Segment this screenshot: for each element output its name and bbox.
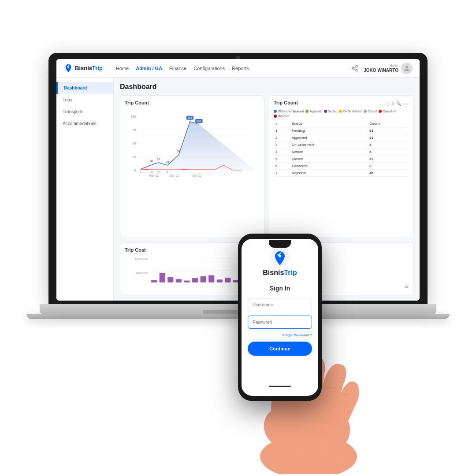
legend-approved: Approved xyxy=(305,110,322,113)
forgot-password-link[interactable]: Forgot Password ? xyxy=(248,333,312,337)
svg-rect-40 xyxy=(167,277,173,283)
svg-text:120000000: 120000000 xyxy=(134,257,148,260)
table-row: 4Settled5 xyxy=(274,149,409,156)
svg-text:8: 8 xyxy=(158,170,160,173)
phone-screen: BisnisTrip Sign In Forgot Password ? Con… xyxy=(242,239,318,396)
svg-point-1 xyxy=(352,67,354,69)
continue-button[interactable]: Continue xyxy=(248,342,312,356)
svg-text:Feb '22: Feb '22 xyxy=(149,174,159,177)
page-title: Dashboard xyxy=(120,83,413,91)
sidebar-item-dashboard[interactable]: Dashboard xyxy=(56,82,113,94)
sidebar: Dashboard Trips Transports Accommodation… xyxy=(56,78,114,301)
svg-text:90000000: 90000000 xyxy=(136,272,148,275)
chart-controls: ⓘ ⊕ 🔍 ⌂ ≡ xyxy=(386,101,409,107)
svg-point-5 xyxy=(405,66,408,68)
share-icon[interactable] xyxy=(351,65,358,72)
chart-ctrl-zoom[interactable]: ⊕ xyxy=(391,101,395,107)
svg-rect-41 xyxy=(176,279,182,283)
svg-point-51 xyxy=(260,435,357,474)
table-row: 6Cancelled0 xyxy=(274,163,409,170)
phone-logo-text: BisnisTrip xyxy=(263,269,297,277)
trip-count-left-card: Trip Count xyxy=(120,95,264,238)
table-row: 7Rejected45 xyxy=(274,170,409,177)
app-header: BisnisTrip Home Admin / GA Finance Confi… xyxy=(56,59,420,78)
phone-logo-icon xyxy=(270,248,290,267)
logo: BisnisTrip xyxy=(63,63,103,73)
svg-text:23: 23 xyxy=(166,160,169,163)
svg-text:3: 3 xyxy=(151,170,152,173)
legend-closed: Closed xyxy=(364,110,377,113)
chart-ctrl-search[interactable]: 🔍 xyxy=(396,101,401,107)
phone-home-bar xyxy=(269,386,291,387)
table-row: 5Closed57 xyxy=(274,156,409,163)
chart-legend: Waiting for Approval Approved xyxy=(274,110,409,118)
phone-device: BisnisTrip Sign In Forgot Password ? Con… xyxy=(238,234,322,401)
table-row: 3On Settlement5 xyxy=(274,141,409,149)
nav-admin[interactable]: Admin / GA xyxy=(136,66,162,71)
table-row: 1Pending91 xyxy=(274,127,409,134)
svg-rect-39 xyxy=(160,273,165,283)
svg-text:90: 90 xyxy=(133,128,136,132)
header-right: Hello JOKO WINARTO xyxy=(351,63,413,74)
svg-text:60: 60 xyxy=(133,142,136,145)
svg-point-2 xyxy=(356,69,357,71)
col-status: Status xyxy=(290,120,368,127)
sidebar-item-trips[interactable]: Trips xyxy=(56,94,113,106)
username-input[interactable] xyxy=(248,298,312,311)
status-table: # Status Count 1Pending91 2Approved63 xyxy=(274,120,409,177)
legend-cancelled: Cancelled xyxy=(379,110,396,113)
svg-text:2: 2 xyxy=(140,170,141,173)
svg-rect-45 xyxy=(208,275,214,282)
logo-text: BisnisTrip xyxy=(75,65,103,71)
svg-rect-44 xyxy=(201,276,206,283)
nav-configurations[interactable]: Configurations xyxy=(193,66,225,71)
trip-count-left-title: Trip Count xyxy=(125,100,260,105)
col-count: Count xyxy=(368,120,409,127)
svg-text:109: 109 xyxy=(188,116,193,119)
col-num: # xyxy=(274,120,290,127)
chart-ctrl-home[interactable]: ⌂ xyxy=(402,101,405,107)
phone-notch xyxy=(269,240,291,248)
svg-line-3 xyxy=(354,69,356,70)
svg-text:Mar '22: Mar '22 xyxy=(169,174,179,177)
greeting-text: Hello xyxy=(364,63,398,68)
svg-line-4 xyxy=(354,67,356,68)
svg-text:0: 0 xyxy=(134,169,136,172)
svg-text:30: 30 xyxy=(150,160,153,163)
legend-rejected: Rejected xyxy=(274,115,290,118)
nav-bar: Home Admin / GA Finance Configurations R… xyxy=(116,66,342,71)
svg-rect-47 xyxy=(225,278,231,283)
svg-text:51: 51 xyxy=(177,149,180,152)
table-row: 2Approved63 xyxy=(274,134,409,141)
trip-count-right-card: Trip Count ⓘ ⊕ 🔍 ⌂ ≡ xyxy=(269,95,413,238)
user-area: Hello JOKO WINARTO xyxy=(364,63,413,74)
username-text: JOKO WINARTO xyxy=(364,68,398,73)
svg-rect-43 xyxy=(192,278,198,283)
svg-text:30: 30 xyxy=(133,156,136,159)
chart-ctrl-info[interactable]: ⓘ xyxy=(386,101,390,107)
legend-waiting: Waiting for Approval xyxy=(274,110,304,113)
svg-text:Apr '22: Apr '22 xyxy=(192,174,201,178)
nav-reports[interactable]: Reports xyxy=(232,66,249,71)
sidebar-item-accommodations[interactable]: Accommodations xyxy=(56,118,113,130)
svg-text:100: 100 xyxy=(197,119,201,123)
svg-rect-38 xyxy=(151,280,157,282)
nav-home[interactable]: Home xyxy=(116,66,129,71)
sign-in-title: Sign In xyxy=(270,285,290,292)
user-avatar xyxy=(401,63,413,74)
legend-on-settlement: On Settlement xyxy=(339,110,362,113)
logo-icon xyxy=(63,63,73,73)
svg-rect-42 xyxy=(184,280,190,282)
legend-settled: Settled xyxy=(324,110,337,113)
nav-finance[interactable]: Finance xyxy=(169,66,186,71)
sidebar-item-transports[interactable]: Transports xyxy=(56,106,113,118)
phone-logo: BisnisTrip xyxy=(263,248,297,277)
svg-text:120: 120 xyxy=(131,115,136,119)
line-chart-svg: 120 90 60 30 0 xyxy=(125,108,260,183)
svg-point-0 xyxy=(356,65,357,67)
chart-ctrl-menu[interactable]: ≡ xyxy=(406,101,409,107)
svg-text:40: 40 xyxy=(157,157,160,160)
password-input[interactable] xyxy=(248,316,312,329)
svg-text:8: 8 xyxy=(167,170,168,173)
svg-rect-46 xyxy=(217,279,223,283)
